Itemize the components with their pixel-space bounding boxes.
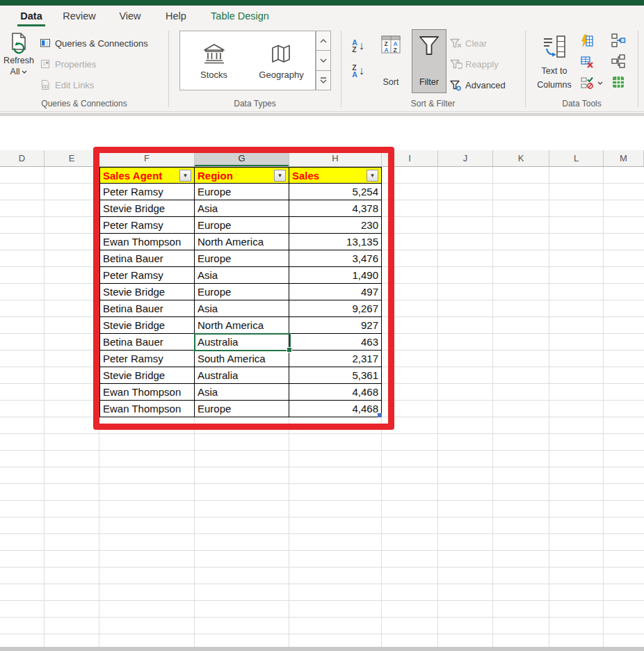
table-resize-handle[interactable] [378,413,382,417]
tab-help[interactable]: Help [159,6,193,26]
table-cell[interactable]: Ewan Thompson [99,234,195,250]
remove-duplicates-button[interactable] [579,54,595,70]
sort-label: Sort [383,77,399,87]
table-cell[interactable]: Europe [195,184,289,200]
tab-view[interactable]: View [113,6,147,26]
table-cell[interactable]: 230 [289,217,382,234]
column-header-H[interactable]: H [289,150,382,166]
edit-links-button[interactable]: Edit Links [40,77,94,93]
column-header-F[interactable]: F [99,150,195,166]
table-cell[interactable]: Peter Ramsy [99,267,195,284]
table-cell[interactable]: Stevie Bridge [99,200,195,217]
data-validation-button[interactable] [579,75,595,90]
gridline [0,617,644,618]
table-cell[interactable]: South America [195,351,289,367]
table-cell[interactable]: Peter Ramsy [99,351,195,367]
table-cell[interactable]: 4,468 [289,401,382,417]
table-header-text: Region [198,170,233,182]
relationships-button[interactable] [610,53,627,70]
table-header-cell[interactable]: Sales Agent▼ [99,167,195,184]
column-header-G[interactable]: G [195,150,289,166]
table-cell[interactable]: 13,135 [289,234,382,250]
table-cell[interactable]: Europe [195,401,289,417]
table-cell[interactable]: Stevie Bridge [99,317,195,334]
table-cell[interactable]: 1,490 [289,267,382,284]
table-cell[interactable]: Betina Bauer [99,250,195,267]
flash-fill-button[interactable] [579,33,595,49]
refresh-all-label-1: Refresh [3,55,34,66]
table-cell[interactable]: Europe [195,217,289,234]
reapply-filter-button[interactable]: Reapply [449,57,499,72]
advanced-filter-button[interactable]: Advanced [449,78,506,93]
gallery-scroll-up-button[interactable] [316,31,331,51]
filter-button[interactable]: Filter [412,29,446,93]
edit-links-icon [40,79,51,90]
reapply-filter-icon [449,58,462,71]
sort-ascending-button[interactable]: A Z ↓ [345,36,371,56]
sort-button[interactable]: Z A A Z Sort [374,31,408,93]
table-cell[interactable]: 463 [289,334,382,351]
data-model-icon [611,74,626,90]
tab-data[interactable]: Data [15,6,47,26]
data-validation-dropdown[interactable] [596,79,604,86]
table-cell[interactable]: 927 [289,317,382,334]
clear-filter-icon [449,38,462,50]
tab-review[interactable]: Review [58,6,100,26]
table-cell[interactable]: 2,317 [289,351,382,367]
filter-dropdown-button[interactable]: ▼ [367,170,378,182]
table-cell[interactable]: 5,254 [289,184,382,200]
gallery-more-button[interactable] [316,71,331,90]
table-cell[interactable]: Peter Ramsy [99,184,195,200]
table-row: Stevie BridgeNorth America927 [99,317,382,334]
geography-data-type[interactable]: Geography [248,31,315,90]
tab-table-design[interactable]: Table Design [202,6,278,26]
table-cell[interactable]: Asia [195,384,289,401]
clear-filter-button[interactable]: Clear [449,36,487,51]
table-cell[interactable]: Europe [195,284,289,300]
table-cell[interactable]: Australia [195,367,289,384]
down-arrow-icon: ↓ [359,40,364,51]
table-header-cell[interactable]: Sales▼ [289,167,382,184]
table-cell[interactable]: Asia [195,300,289,317]
sort-descending-button[interactable]: Z A ↓ [345,61,371,81]
table-cell[interactable]: 3,476 [289,250,382,267]
table-cell[interactable]: Peter Ramsy [99,217,195,234]
column-header-D[interactable]: D [0,150,45,166]
table-cell[interactable]: 5,361 [289,367,382,384]
table-cell[interactable]: Australia [195,334,289,351]
table-cell[interactable]: Stevie Bridge [99,284,195,300]
table-cell[interactable]: North America [195,317,289,334]
queries-connections-button[interactable]: Queries & Connections [40,35,148,51]
column-header-E[interactable]: E [45,150,99,166]
table-cell[interactable]: Ewan Thompson [99,401,195,417]
table-cell[interactable]: Europe [195,250,289,267]
column-header-M[interactable]: M [604,150,644,166]
sort-za-icon: Z A [352,64,357,78]
stocks-data-type[interactable]: Stocks [180,31,248,90]
column-header-J[interactable]: J [438,150,493,166]
table-cell[interactable]: 497 [289,284,382,300]
table-cell[interactable]: 9,267 [289,300,382,317]
table-cell[interactable]: North America [195,234,289,250]
table-cell[interactable]: Betina Bauer [99,334,195,351]
filter-dropdown-button[interactable]: ▼ [179,170,191,182]
manage-data-model-button[interactable] [610,74,627,90]
table-cell[interactable]: 4,468 [289,384,382,401]
gallery-scroll-down-button[interactable] [316,51,331,70]
table-cell[interactable]: 4,378 [289,200,382,217]
table-cell[interactable]: Betina Bauer [99,300,195,317]
table-cell[interactable]: Stevie Bridge [99,367,195,384]
column-header-I[interactable]: I [382,150,438,166]
refresh-all-button[interactable]: Refresh All [0,29,38,96]
table-cell[interactable]: Asia [195,267,289,284]
table-header-cell[interactable]: Region▼ [195,167,289,184]
column-header-K[interactable]: K [493,150,549,166]
text-to-columns-button[interactable]: Text to Columns [529,31,580,95]
table-row: Peter RamsyAsia1,490 [99,267,382,284]
table-cell[interactable]: Ewan Thompson [99,384,195,401]
consolidate-button[interactable] [610,32,627,49]
filter-dropdown-button[interactable]: ▼ [274,170,286,182]
properties-button[interactable]: Properties [40,56,96,72]
column-header-L[interactable]: L [549,150,604,166]
table-cell[interactable]: Asia [195,200,289,217]
